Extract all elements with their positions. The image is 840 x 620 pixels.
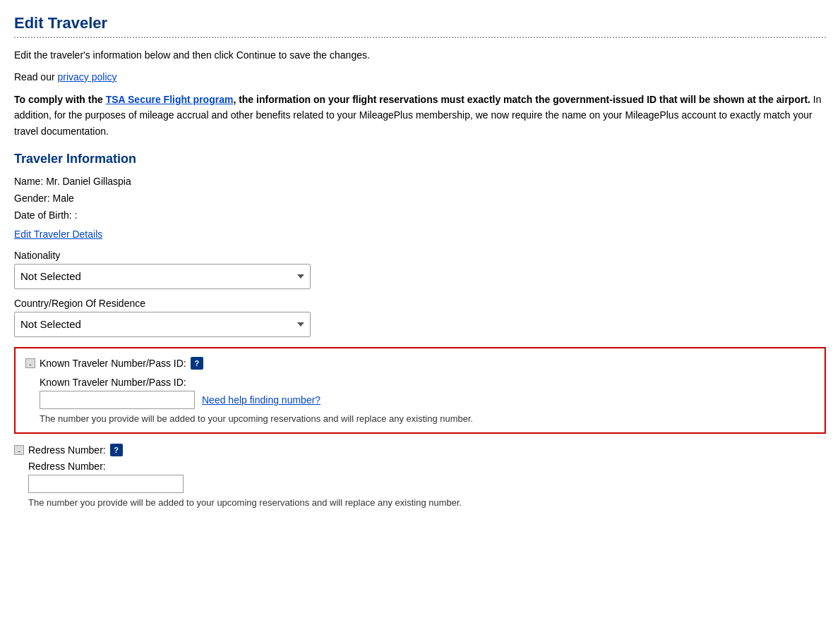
redress-input[interactable] <box>28 475 184 493</box>
redress-collapse-icon[interactable]: - <box>14 445 24 455</box>
redress-body: Redress Number: The number you provide w… <box>14 461 826 508</box>
known-traveler-help-link[interactable]: Need help finding number? <box>202 394 320 406</box>
tsa-bold-prefix: To comply with the <box>14 94 103 105</box>
traveler-info: Name: Mr. Daniel Gillaspia Gender: Male … <box>14 174 826 224</box>
known-traveler-input[interactable] <box>40 391 195 409</box>
traveler-section-title: Traveler Information <box>14 152 826 166</box>
nationality-select[interactable]: Not Selected <box>14 264 311 289</box>
country-field-group: Country/Region Of Residence Not Selected <box>14 298 826 337</box>
known-traveler-help-icon[interactable]: ? <box>191 357 203 370</box>
redress-input-row <box>28 475 826 493</box>
redress-section-label: Redress Number: <box>28 444 106 456</box>
tsa-bold-suffix: , the information on your flight reserva… <box>233 94 810 105</box>
privacy-link[interactable]: privacy policy <box>57 71 116 83</box>
intro-text: Edit the traveler's information below an… <box>14 48 826 63</box>
known-traveler-header: - Known Traveler Number/Pass ID: ? <box>25 357 815 370</box>
privacy-prefix: Read our <box>14 71 55 83</box>
known-traveler-sub-label: Known Traveler Number/Pass ID: <box>40 377 815 388</box>
known-traveler-collapse-icon[interactable]: - <box>25 358 35 368</box>
traveler-gender-label: Gender: <box>14 193 50 204</box>
privacy-row: Read our privacy policy <box>14 70 826 85</box>
traveler-name-value: Mr. Daniel Gillaspia <box>46 176 131 187</box>
redress-help-icon[interactable]: ? <box>110 444 123 456</box>
country-label: Country/Region Of Residence <box>14 298 826 309</box>
known-traveler-section: - Known Traveler Number/Pass ID: ? Known… <box>14 347 826 434</box>
country-select[interactable]: Not Selected <box>14 312 311 337</box>
redress-hint: The number you provide will be added to … <box>28 497 826 508</box>
traveler-gender-value: Male <box>52 193 73 204</box>
page-title: Edit Traveler <box>14 14 826 38</box>
redress-sub-label: Redress Number: <box>28 461 826 472</box>
known-traveler-hint: The number you provide will be added to … <box>40 413 815 424</box>
edit-traveler-link[interactable]: Edit Traveler Details <box>14 229 102 240</box>
traveler-name-label: Name: <box>14 176 43 187</box>
nationality-field-group: Nationality Not Selected <box>14 250 826 289</box>
country-select-wrapper: Not Selected <box>14 312 311 337</box>
tsa-link[interactable]: TSA Secure Flight program <box>106 94 234 105</box>
nationality-select-wrapper: Not Selected <box>14 264 311 289</box>
traveler-dob-value: : <box>75 209 78 221</box>
tsa-notice: To comply with the TSA Secure Flight pro… <box>14 92 826 139</box>
nationality-label: Nationality <box>14 250 826 261</box>
redress-section: - Redress Number: ? Redress Number: The … <box>14 444 826 508</box>
redress-header: - Redress Number: ? <box>14 444 826 456</box>
known-traveler-section-label: Known Traveler Number/Pass ID: <box>40 358 186 369</box>
traveler-dob-label: Date of Birth: <box>14 209 72 221</box>
known-traveler-body: Known Traveler Number/Pass ID: Need help… <box>25 377 815 424</box>
known-traveler-input-row: Need help finding number? <box>40 391 815 409</box>
